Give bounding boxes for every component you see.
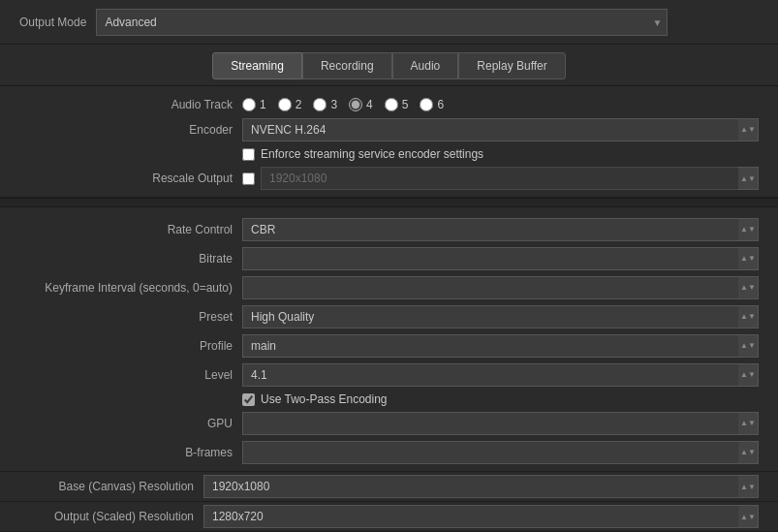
output-mode-select-wrapper: Advanced [96,9,668,36]
rescale-checkbox[interactable] [242,172,255,185]
track-5-item: 5 [385,98,409,111]
output-mode-select[interactable]: Advanced [96,9,668,36]
canvas-res-wrapper: 1920x1080 [203,475,759,498]
level-select[interactable]: 4.1 [242,363,759,387]
profile-select[interactable]: main [242,334,759,358]
profile-wrapper: main [242,334,759,358]
tab-recording[interactable]: Recording [302,52,392,79]
rate-control-wrapper: CBR [242,218,759,241]
output-res-select[interactable]: 1280x720 [203,505,759,528]
track-4-radio[interactable] [349,98,362,111]
profile-row: Profile main [0,331,778,360]
twopass-checkbox[interactable] [242,393,255,406]
track-2-radio[interactable] [278,98,292,111]
track-1-label: 1 [260,98,266,111]
keyframe-input[interactable]: 2 [242,276,759,299]
enforce-label: Enforce streaming service encoder settin… [261,147,483,161]
bitrate-wrapper: 6000 [242,247,759,270]
twopass-wrapper: Use Two-Pass Encoding [242,392,388,406]
bframes-label: B-frames [19,446,233,459]
track-1-item: 1 [242,98,266,111]
rescale-row: Rescale Output 1920x1080 [0,164,778,193]
canvas-res-select[interactable]: 1920x1080 [203,475,759,498]
audio-track-label: Audio Track [19,98,233,111]
encoder-row: Encoder NVENC H.264 [0,115,778,144]
track-4-label: 4 [366,98,373,111]
enforce-row: Enforce streaming service encoder settin… [0,144,778,164]
twopass-row: Use Two-Pass Encoding [0,390,778,409]
audio-track-group: 1 2 3 4 5 6 [242,98,444,111]
section-divider [0,198,778,207]
encoder-select[interactable]: NVENC H.264 [242,118,759,141]
tab-replay-buffer[interactable]: Replay Buffer [458,52,566,79]
rate-control-select[interactable]: CBR [242,218,759,241]
output-mode-label: Output Mode [19,16,86,29]
profile-label: Profile [19,339,233,353]
level-wrapper: 4.1 [242,363,759,387]
output-res-label: Output (Scaled) Resolution [19,510,194,523]
output-res-wrapper: 1280x720 [203,505,759,528]
bitrate-row: Bitrate 6000 [0,244,778,273]
track-3-radio[interactable] [313,98,327,111]
bframes-row: B-frames 2 [0,438,778,467]
gpu-label: GPU [19,417,233,430]
tab-streaming[interactable]: Streaming [212,52,302,79]
gpu-wrapper: 0 [242,412,759,435]
track-3-item: 3 [313,98,337,111]
track-4-item: 4 [349,98,373,111]
level-row: Level 4.1 [0,360,778,390]
keyframe-label: Keyframe Interval (seconds, 0=auto) [19,281,233,295]
canvas-res-label: Base (Canvas) Resolution [19,480,194,493]
encoder-select-wrapper: NVENC H.264 [242,118,759,141]
bitrate-input[interactable]: 6000 [242,247,759,270]
audio-track-row: Audio Track 1 2 3 4 5 [0,94,778,115]
encoding-section: Rate Control CBR Bitrate 6000 Keyframe I… [0,207,778,472]
track-1-radio[interactable] [242,98,256,111]
preset-label: Preset [19,310,233,324]
streaming-section: Audio Track 1 2 3 4 5 [0,86,778,198]
rescale-select[interactable]: 1920x1080 [261,167,759,190]
gpu-input[interactable]: 0 [242,412,759,435]
track-2-label: 2 [296,98,302,111]
track-3-label: 3 [330,98,337,111]
track-6-item: 6 [420,98,444,111]
tab-audio[interactable]: Audio [392,52,459,79]
track-6-label: 6 [437,98,444,111]
keyframe-row: Keyframe Interval (seconds, 0=auto) 2 [0,273,778,302]
tabs-row: Streaming Recording Audio Replay Buffer [0,45,778,86]
preset-select[interactable]: High Quality [242,305,759,329]
gpu-row: GPU 0 [0,409,778,438]
rescale-select-wrapper: 1920x1080 [261,167,759,190]
rate-control-label: Rate Control [19,223,233,236]
preset-row: Preset High Quality [0,302,778,331]
track-2-item: 2 [278,98,302,111]
track-5-label: 5 [402,98,409,111]
canvas-res-row: Base (Canvas) Resolution 1920x1080 [0,472,778,502]
encoder-label: Encoder [19,123,233,137]
output-res-row: Output (Scaled) Resolution 1280x720 [0,502,778,532]
bframes-input[interactable]: 2 [242,441,759,464]
keyframe-wrapper: 2 [242,276,759,299]
twopass-label: Use Two-Pass Encoding [261,392,388,406]
bitrate-label: Bitrate [19,252,233,266]
enforce-checkbox-wrapper: Enforce streaming service encoder settin… [242,147,483,161]
bottom-section: Base (Canvas) Resolution 1920x1080 Outpu… [0,472,778,532]
rescale-label: Rescale Output [19,172,233,185]
track-6-radio[interactable] [420,98,433,111]
rate-control-row: Rate Control CBR [0,215,778,244]
track-5-radio[interactable] [385,98,398,111]
preset-wrapper: High Quality [242,305,759,329]
output-mode-bar: Output Mode Advanced [0,0,778,45]
level-label: Level [19,368,233,382]
enforce-checkbox[interactable] [242,148,255,161]
bframes-wrapper: 2 [242,441,759,464]
